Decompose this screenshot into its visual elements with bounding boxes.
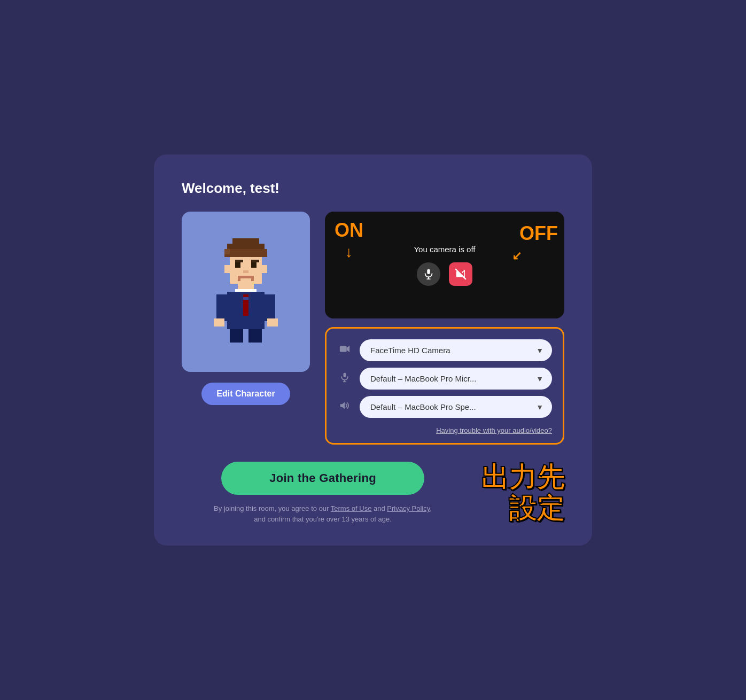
legal-before: By joining this room, you agree to our (214, 504, 331, 512)
legal-text: By joining this room, you agree to our T… (211, 503, 435, 524)
svg-rect-22 (265, 294, 275, 321)
main-container: Welcome, test! (154, 154, 592, 546)
svg-rect-23 (214, 318, 224, 326)
on-arrow: ↓ (345, 244, 353, 261)
camera-device-row: FaceTime HD Camera ▼ (337, 339, 552, 361)
svg-rect-3 (224, 249, 230, 254)
japanese-line1: 出力先 (481, 462, 564, 493)
edit-character-button[interactable]: Edit Character (201, 383, 290, 405)
join-gathering-button[interactable]: Join the Gathering (221, 462, 424, 495)
avatar-section: Edit Character (182, 212, 310, 445)
speaker-select-wrapper: Default – MacBook Pro Spe... ▼ (360, 396, 552, 418)
speaker-select[interactable]: Default – MacBook Pro Spe... (360, 396, 552, 418)
off-label: OFF (519, 222, 558, 245)
svg-rect-12 (251, 278, 254, 281)
svg-rect-26 (248, 329, 262, 343)
legal-and: and (371, 504, 387, 512)
mic-toggle-button[interactable] (417, 262, 440, 286)
svg-rect-27 (243, 297, 248, 300)
svg-rect-10 (238, 276, 254, 278)
svg-rect-21 (216, 294, 227, 321)
svg-rect-33 (344, 373, 346, 377)
pixel-character (206, 238, 286, 345)
camera-preview: ON ↓ OFF ↙ You camera is off (325, 212, 564, 318)
speaker-device-icon (337, 400, 352, 414)
svg-rect-9 (243, 270, 248, 273)
camera-off-icon (455, 268, 467, 280)
avatar-box (182, 212, 310, 372)
svg-rect-6 (251, 262, 257, 268)
mic-select[interactable]: Default – MacBook Pro Micr... (360, 368, 552, 390)
japanese-output-label: 出力先 設定 (481, 462, 564, 523)
svg-marker-36 (340, 402, 345, 409)
welcome-title: Welcome, test! (182, 180, 564, 197)
camera-status-text: You camera is off (414, 245, 475, 254)
on-label: ON (335, 219, 363, 242)
svg-rect-13 (224, 265, 230, 273)
privacy-link[interactable]: Privacy Policy (387, 504, 430, 512)
svg-rect-11 (238, 278, 240, 281)
svg-rect-28 (427, 269, 430, 274)
mic-select-wrapper: Default – MacBook Pro Micr... ▼ (360, 368, 552, 390)
top-section: Edit Character ON ↓ OFF ↙ You camera is … (182, 212, 564, 445)
svg-rect-25 (230, 329, 243, 343)
svg-rect-1 (227, 244, 265, 249)
right-section: ON ↓ OFF ↙ You camera is off (325, 212, 564, 445)
svg-rect-32 (340, 346, 347, 352)
svg-rect-5 (235, 262, 240, 268)
svg-rect-2 (224, 249, 267, 257)
mic-device-row: Default – MacBook Pro Micr... ▼ (337, 368, 552, 390)
svg-rect-14 (262, 265, 267, 273)
camera-controls (417, 262, 472, 286)
mic-icon (423, 268, 434, 280)
svg-rect-0 (232, 238, 259, 244)
svg-rect-15 (238, 284, 254, 289)
mic-device-icon (337, 371, 352, 386)
off-arrow: ↙ (512, 249, 522, 263)
svg-rect-8 (251, 260, 259, 262)
japanese-line2: 設定 (481, 493, 564, 524)
svg-rect-19 (248, 292, 251, 308)
svg-rect-24 (267, 318, 278, 326)
camera-select[interactable]: FaceTime HD Camera (360, 339, 552, 361)
svg-rect-16 (235, 289, 257, 292)
speaker-device-row: Default – MacBook Pro Spe... ▼ (337, 396, 552, 418)
svg-rect-7 (235, 260, 243, 262)
terms-link[interactable]: Terms of Use (331, 504, 372, 512)
camera-select-wrapper: FaceTime HD Camera ▼ (360, 339, 552, 361)
camera-device-icon (337, 343, 352, 357)
svg-rect-18 (240, 292, 243, 308)
bottom-section: Join the Gathering By joining this room,… (182, 462, 564, 524)
devices-panel: FaceTime HD Camera ▼ (325, 327, 564, 445)
bottom-left: Join the Gathering By joining this room,… (182, 462, 464, 524)
trouble-link[interactable]: Having trouble with your audio/video? (337, 426, 552, 434)
camera-toggle-button[interactable] (449, 262, 472, 286)
